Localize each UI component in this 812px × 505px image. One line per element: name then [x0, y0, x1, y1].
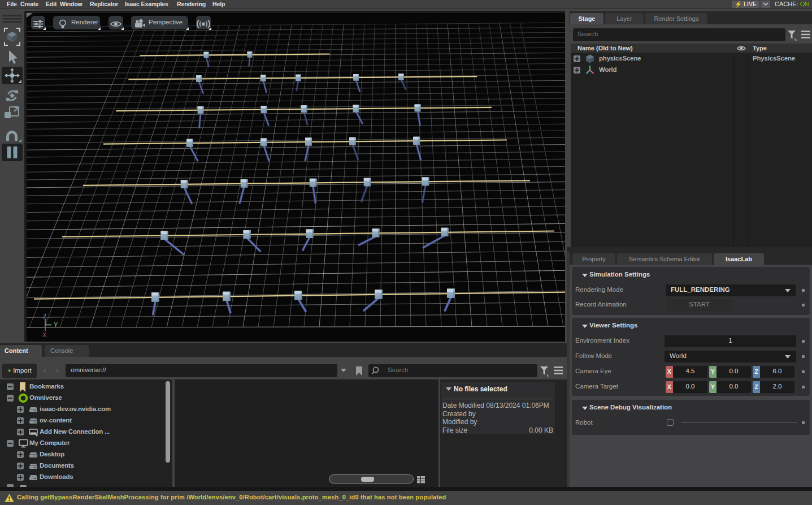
svg-text:X: X	[42, 331, 47, 338]
svg-text:Z: Z	[43, 313, 47, 320]
svg-text:Y: Y	[54, 321, 58, 328]
